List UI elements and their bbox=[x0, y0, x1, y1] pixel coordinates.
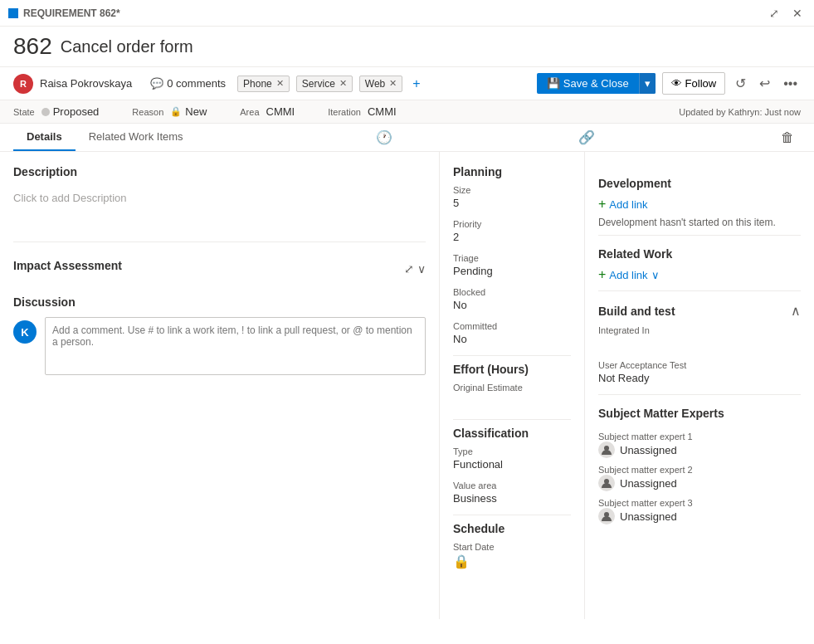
classification-title: Classification bbox=[453, 427, 571, 440]
tag-service-remove[interactable]: ✕ bbox=[339, 78, 347, 89]
triage-value[interactable]: Pending bbox=[453, 265, 571, 277]
tabs-row: Details Related Work Items 🕐 🔗 🗑 bbox=[0, 124, 814, 152]
content-area: Description Click to add Description Imp… bbox=[0, 152, 814, 619]
divider-classification bbox=[453, 419, 571, 420]
reason-field: Reason 🔒 New bbox=[132, 105, 207, 118]
title-bar: REQUIREMENT 862* ⤢ ✕ bbox=[0, 0, 814, 27]
save-close-button[interactable]: 💾 Save & Close ▾ bbox=[537, 73, 656, 94]
state-label: State bbox=[13, 107, 35, 117]
discussion-input-area: K bbox=[13, 317, 426, 375]
build-test-collapse-btn[interactable]: ∧ bbox=[791, 303, 801, 319]
build-test-title: Build and test bbox=[598, 305, 675, 318]
start-date-label: Start Date bbox=[453, 542, 571, 552]
dev-add-link-button[interactable]: + Add link bbox=[598, 195, 648, 213]
size-value[interactable]: 5 bbox=[453, 197, 571, 209]
discussion-title: Discussion bbox=[13, 295, 426, 309]
delete-tab-icon[interactable]: 🗑 bbox=[774, 125, 801, 150]
description-placeholder[interactable]: Click to add Description bbox=[13, 185, 426, 235]
original-estimate-value[interactable] bbox=[453, 394, 571, 409]
blocked-value[interactable]: No bbox=[453, 299, 571, 311]
divider-sme bbox=[598, 394, 801, 395]
user-avatar: R bbox=[13, 74, 33, 94]
related-work-add-link-button[interactable]: + Add link ∨ bbox=[598, 266, 660, 284]
tag-phone-label: Phone bbox=[243, 78, 272, 90]
follow-button[interactable]: 👁 Follow bbox=[662, 72, 726, 95]
committed-value[interactable]: No bbox=[453, 333, 571, 345]
sme-2-item[interactable]: Unassigned bbox=[598, 475, 801, 491]
refresh-button[interactable]: ↺ bbox=[732, 72, 749, 95]
toolbar: R Raisa Pokrovskaya 💬 0 comments Phone ✕… bbox=[0, 67, 814, 100]
related-work-link-label: Add link ∨ bbox=[609, 269, 659, 281]
discussion-textarea[interactable] bbox=[45, 317, 426, 375]
sme-1-item[interactable]: Unassigned bbox=[598, 442, 801, 458]
state-field: State Proposed bbox=[13, 105, 99, 118]
discussion-section: Discussion K bbox=[13, 295, 426, 375]
build-test-header: Build and test ∧ bbox=[598, 303, 801, 319]
requirement-icon bbox=[8, 8, 18, 18]
integrated-in-value[interactable] bbox=[598, 337, 801, 350]
value-area-value[interactable]: Business bbox=[453, 492, 571, 505]
blocked-label: Blocked bbox=[453, 287, 571, 297]
sme-2-avatar bbox=[598, 475, 615, 491]
tag-phone-remove[interactable]: ✕ bbox=[276, 78, 284, 89]
mid-panel: Planning Size 5 Priority 2 Triage Pendin… bbox=[440, 152, 585, 619]
divider-schedule bbox=[453, 515, 571, 515]
save-close-label: Save & Close bbox=[563, 77, 629, 90]
undo-button[interactable]: ↩ bbox=[756, 72, 773, 95]
tag-web-remove[interactable]: ✕ bbox=[389, 78, 397, 89]
type-label: Type bbox=[453, 446, 571, 456]
comment-icon: 💬 bbox=[150, 77, 163, 90]
uat-value[interactable]: Not Ready bbox=[598, 372, 801, 384]
comments-button[interactable]: 💬 0 comments bbox=[145, 75, 231, 92]
divider-1 bbox=[13, 242, 426, 242]
history-tab-icon[interactable]: 🕐 bbox=[369, 124, 399, 150]
state-value: Proposed bbox=[41, 105, 100, 118]
add-tag-button[interactable]: + bbox=[409, 76, 423, 91]
committed-label: Committed bbox=[453, 321, 571, 331]
more-options-button[interactable]: ••• bbox=[780, 73, 801, 95]
sme-3-label: Subject matter expert 3 bbox=[598, 498, 801, 508]
tag-service: Service ✕ bbox=[296, 76, 353, 92]
related-work-title: Related Work bbox=[598, 247, 801, 261]
lock-icon: 🔒 bbox=[170, 106, 182, 117]
sme-1-name: Unassigned bbox=[620, 444, 677, 456]
close-button[interactable]: ✕ bbox=[789, 5, 806, 22]
impact-expand-btn[interactable]: ⤢ ∨ bbox=[404, 262, 426, 276]
collapse-icon: ∨ bbox=[417, 262, 426, 276]
tag-service-label: Service bbox=[302, 78, 335, 90]
header-row: 862 Cancel order form bbox=[0, 27, 814, 67]
iteration-label: Iteration bbox=[328, 107, 361, 117]
eye-icon: 👁 bbox=[671, 77, 682, 90]
sme-2-name: Unassigned bbox=[620, 477, 677, 490]
tab-related-work-items[interactable]: Related Work Items bbox=[76, 124, 197, 151]
iteration-value: CMMI bbox=[368, 105, 397, 118]
right-panel: Development + Add link Development hasn'… bbox=[585, 152, 814, 619]
save-dropdown-arrow[interactable]: ▾ bbox=[639, 73, 656, 94]
reason-label: Reason bbox=[132, 107, 163, 117]
tab-details[interactable]: Details bbox=[13, 124, 76, 151]
priority-value[interactable]: 2 bbox=[453, 231, 571, 243]
development-title: Development bbox=[598, 177, 801, 190]
size-label: Size bbox=[453, 185, 571, 195]
triage-label: Triage bbox=[453, 253, 571, 263]
meta-row: State Proposed Reason 🔒 New Area CMMI It… bbox=[0, 100, 814, 124]
type-value[interactable]: Functional bbox=[453, 458, 571, 471]
work-item-title: Cancel order form bbox=[61, 37, 193, 56]
priority-label: Priority bbox=[453, 219, 571, 229]
discussion-avatar: K bbox=[13, 320, 37, 344]
resize-button[interactable]: ⤢ bbox=[766, 5, 782, 22]
user-icon-2 bbox=[601, 477, 612, 489]
save-icon: 💾 bbox=[547, 77, 560, 90]
iteration-field: Iteration CMMI bbox=[328, 105, 396, 118]
sme-3-item[interactable]: Unassigned bbox=[598, 508, 801, 524]
start-date-lock-icon: 🔒 bbox=[453, 554, 571, 569]
plus-icon-dev: + bbox=[598, 197, 606, 212]
dev-add-link-label: Add link bbox=[609, 198, 647, 211]
description-title: Description bbox=[13, 165, 426, 178]
sme-2-label: Subject matter expert 2 bbox=[598, 465, 801, 475]
chevron-down-icon: ∨ bbox=[651, 269, 660, 281]
user-name: Raisa Pokrovskaya bbox=[40, 77, 132, 90]
link-tab-icon[interactable]: 🔗 bbox=[572, 124, 602, 150]
sme-1-label: Subject matter expert 1 bbox=[598, 432, 801, 442]
original-estimate-label: Original Estimate bbox=[453, 383, 571, 393]
